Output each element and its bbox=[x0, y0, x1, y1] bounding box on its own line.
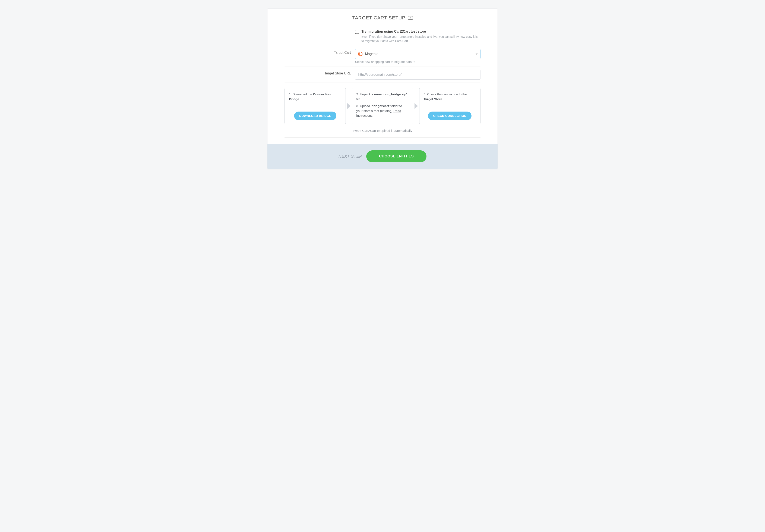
footer-bar: NEXT STEP CHOOSE ENTITIES bbox=[268, 144, 497, 169]
test-store-label: Try migration using Cart2Cart test store bbox=[362, 30, 426, 34]
target-cart-label: Target Cart bbox=[285, 49, 355, 55]
steps-row: 1. Download the Connection Bridge DOWNLO… bbox=[285, 88, 480, 124]
chevron-down-icon bbox=[475, 54, 478, 55]
step4-bold: Target Store bbox=[424, 97, 442, 101]
step-unpack-upload: 2. Unpack 'connection_bridge.zip' file 3… bbox=[352, 88, 413, 124]
step-check: 4. Check the connection to the Target St… bbox=[419, 88, 480, 124]
next-step-label: NEXT STEP bbox=[339, 154, 362, 159]
step-download: 1. Download the Connection Bridge DOWNLO… bbox=[285, 88, 346, 124]
setup-card: TARGET CART SETUP Try migration using Ca… bbox=[267, 9, 498, 169]
test-store-checkbox[interactable] bbox=[355, 30, 359, 34]
download-bridge-button[interactable]: DOWNLOAD BRIDGE bbox=[294, 112, 337, 120]
magento-icon bbox=[358, 51, 363, 57]
target-cart-select[interactable]: Magento bbox=[355, 49, 480, 59]
target-url-label: Target Store URL bbox=[285, 70, 355, 75]
step1-text: 1. Download the bbox=[289, 92, 313, 96]
chevron-right-icon bbox=[414, 103, 418, 109]
target-url-input[interactable] bbox=[355, 70, 480, 80]
choose-entities-button[interactable]: CHOOSE ENTITIES bbox=[366, 150, 426, 162]
target-cart-hint: Select new shopping cart to migrate data… bbox=[355, 60, 480, 64]
target-cart-value: Magento bbox=[365, 52, 475, 56]
chevron-right-icon bbox=[347, 103, 351, 109]
auto-upload-link[interactable]: I want Cart2Cart to upload it automatica… bbox=[353, 129, 412, 133]
page-title: TARGET CART SETUP bbox=[352, 15, 405, 21]
test-store-hint: Even if you don't have your Target Store… bbox=[362, 35, 480, 43]
step4-text: 4. Check the connection to the bbox=[424, 92, 467, 96]
video-icon[interactable] bbox=[408, 16, 413, 20]
check-connection-button[interactable]: CHECK CONNECTION bbox=[428, 112, 471, 120]
